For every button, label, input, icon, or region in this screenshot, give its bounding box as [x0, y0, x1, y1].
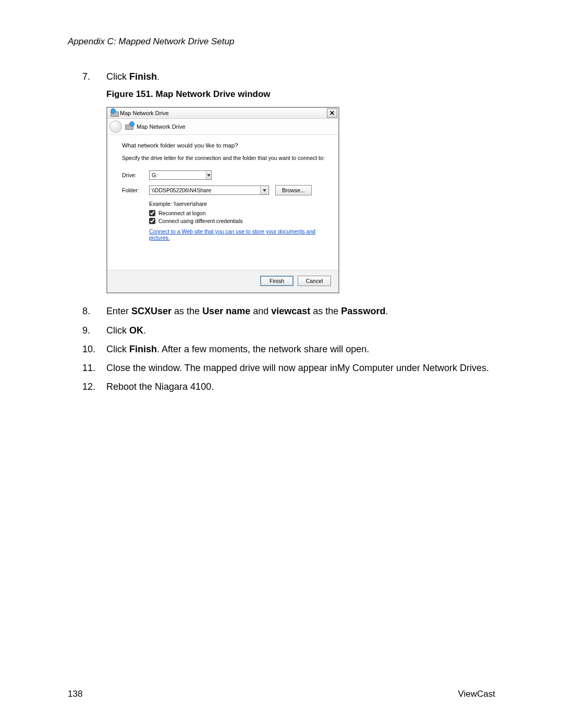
dialog-subheading: Specify the drive letter for the connect…: [122, 155, 328, 161]
drive-input[interactable]: [150, 171, 206, 179]
step-text: Enter SCXUser as the User name and viewc…: [106, 305, 495, 317]
cancel-button[interactable]: Cancel: [298, 276, 331, 286]
text: Click: [106, 325, 129, 336]
step-11: 11. Close the window. The mapped drive w…: [82, 362, 495, 374]
bold-text: OK: [129, 325, 143, 336]
dialog-button-row: Finish Cancel: [107, 270, 338, 292]
drive-combo[interactable]: [149, 170, 212, 180]
reconnect-checkbox[interactable]: [149, 210, 155, 216]
figure-block: Figure 151. Map Network Drive window Map…: [106, 89, 495, 293]
browse-button[interactable]: Browse...: [275, 185, 312, 195]
instruction-list: 7. Click Finish. Figure 151. Map Network…: [82, 70, 495, 393]
drive-icon: [125, 122, 137, 131]
chevron-down-icon[interactable]: [206, 171, 211, 179]
bold-text: User name: [202, 306, 250, 316]
page-number: 138: [68, 689, 82, 699]
credentials-label: Connect using different credentials: [158, 218, 243, 224]
step-number: 8.: [82, 305, 97, 317]
step-text: Reboot the Niagara 4100.: [106, 380, 495, 393]
close-button[interactable]: ✕: [327, 108, 337, 118]
step-text: Click Finish.: [106, 70, 495, 83]
folder-combo[interactable]: [149, 186, 269, 195]
text: Click: [106, 71, 129, 82]
bold-text: Password: [341, 306, 385, 316]
page-footer: 138 ViewCast: [68, 689, 495, 699]
dialog-heading: What network folder would you like to ma…: [122, 142, 328, 149]
step-number: 7.: [82, 70, 97, 83]
document-page: Appendix C: Mapped Network Drive Setup 7…: [0, 0, 563, 728]
text: .: [157, 71, 160, 82]
step-8: 8. Enter SCXUser as the User name and vi…: [82, 305, 495, 317]
folder-row: Folder: Browse...: [122, 185, 328, 195]
step-text: Close the window. The mapped drive will …: [106, 362, 495, 374]
wizard-title: Map Network Drive: [137, 124, 186, 130]
text: as the: [310, 306, 341, 316]
step-7: 7. Click Finish.: [82, 70, 495, 83]
example-text: Example: \\server\share: [149, 201, 328, 207]
folder-label: Folder:: [122, 187, 149, 193]
running-head: Appendix C: Mapped Network Drive Setup: [68, 36, 495, 47]
text: and: [250, 306, 271, 316]
map-network-drive-dialog: Map Network Drive ✕ Map Network Drive Wh…: [106, 107, 339, 293]
bold-text: Finish: [129, 344, 157, 354]
wizard-header: Map Network Drive: [107, 119, 338, 135]
bold-text: Finish: [129, 71, 157, 82]
step-text: Click Finish. After a few moments, the n…: [106, 343, 495, 355]
step-9: 9. Click OK.: [82, 324, 495, 337]
reconnect-row[interactable]: Reconnect at logon: [149, 210, 328, 216]
reconnect-label: Reconnect at logon: [158, 210, 205, 216]
step-number: 9.: [82, 324, 97, 337]
step-12: 12. Reboot the Niagara 4100.: [82, 380, 495, 393]
step-number: 11.: [82, 362, 97, 374]
text: .: [385, 306, 388, 316]
text: Click: [106, 344, 129, 354]
titlebar: Map Network Drive ✕: [107, 108, 338, 119]
credentials-checkbox[interactable]: [149, 218, 155, 224]
drive-label: Drive:: [122, 172, 149, 178]
text: Enter: [106, 306, 131, 316]
brand-name: ViewCast: [458, 689, 496, 699]
step-number: 12.: [82, 380, 97, 393]
folder-input[interactable]: [150, 186, 260, 194]
credentials-row[interactable]: Connect using different credentials: [149, 218, 328, 224]
text: .: [143, 325, 146, 336]
step-10: 10. Click Finish. After a few moments, t…: [82, 343, 495, 355]
bold-text: SCXUser: [131, 306, 172, 316]
web-storage-link[interactable]: Connect to a Web site that you can use t…: [149, 228, 328, 241]
window-title: Map Network Drive: [120, 110, 327, 116]
back-button[interactable]: [109, 120, 122, 133]
figure-caption: Figure 151. Map Network Drive window: [106, 89, 495, 100]
options-column: Example: \\server\share Reconnect at log…: [149, 201, 328, 241]
bold-text: viewcast: [271, 306, 310, 316]
drive-icon: [111, 109, 118, 117]
chevron-down-icon[interactable]: [260, 186, 268, 194]
text: as the: [172, 306, 202, 316]
drive-row: Drive:: [122, 170, 328, 180]
text: . After a few moments, the network share…: [157, 344, 369, 354]
dialog-body: What network folder would you like to ma…: [107, 135, 338, 244]
step-number: 10.: [82, 343, 97, 355]
finish-button[interactable]: Finish: [260, 276, 293, 286]
step-text: Click OK.: [106, 324, 495, 337]
